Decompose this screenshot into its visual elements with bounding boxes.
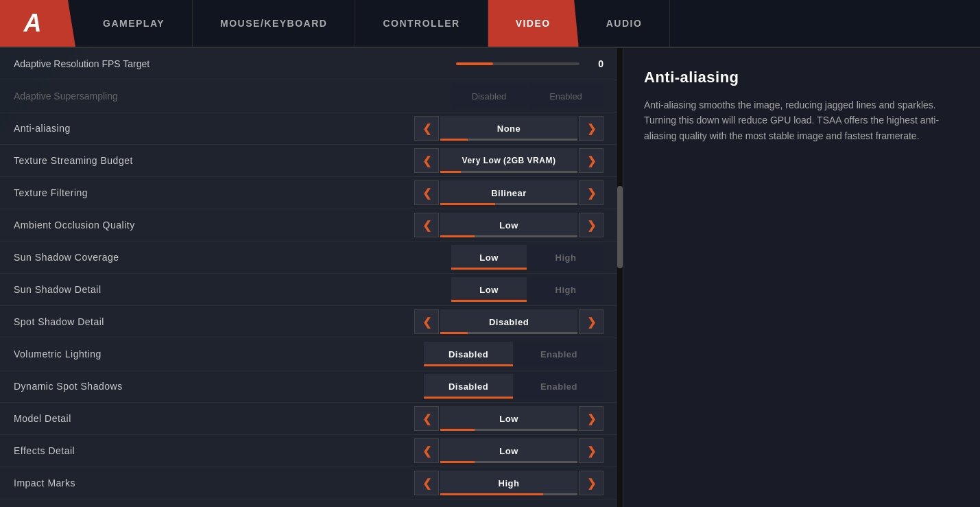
info-panel: Anti-aliasing Anti-aliasing smooths the …: [623, 48, 980, 507]
anti-aliasing-label: Anti-aliasing: [14, 123, 414, 134]
fps-value: 0: [586, 58, 603, 69]
effects-detail-label: Effects Detail: [14, 445, 414, 456]
setting-row-ambient-occlusion: Ambient Occlusion Quality ❮ Low ❯: [0, 209, 617, 241]
dynamic-spot-shadows-enabled[interactable]: Enabled: [514, 374, 603, 399]
texture-streaming-next[interactable]: ❯: [579, 148, 603, 173]
ambient-occlusion-control: ❮ Low ❯: [414, 213, 603, 237]
setting-row-spot-shadow-detail: Spot Shadow Detail ❮ Disabled ❯: [0, 306, 617, 338]
scrollbar-track[interactable]: [617, 48, 623, 507]
sun-shadow-coverage-high[interactable]: High: [528, 245, 603, 270]
anti-aliasing-control: ❮ None ❯: [414, 116, 603, 141]
info-title: Anti-aliasing: [644, 69, 959, 86]
impact-marks-control: ❮ High ❯: [414, 471, 603, 495]
impact-marks-next[interactable]: ❯: [579, 471, 603, 495]
ambient-occlusion-value: Low: [440, 213, 577, 237]
texture-filtering-underline: [440, 203, 495, 205]
nav-tabs: GAMEPLAY MOUSE/KEYBOARD CONTROLLER VIDEO…: [75, 0, 980, 47]
spot-shadow-detail-underline-gray: [468, 332, 577, 334]
tab-video[interactable]: VIDEO: [488, 0, 579, 47]
fps-slider[interactable]: [456, 62, 579, 65]
anti-aliasing-next[interactable]: ❯: [579, 116, 603, 141]
model-detail-value: Low: [440, 406, 577, 431]
sun-shadow-detail-toggle: Low High: [451, 277, 603, 302]
model-detail-prev[interactable]: ❮: [414, 406, 439, 431]
ambient-occlusion-prev[interactable]: ❮: [414, 213, 439, 237]
dynamic-spot-shadows-disabled[interactable]: Disabled: [424, 374, 513, 399]
sun-shadow-coverage-toggle: Low High: [451, 245, 603, 270]
spot-shadow-detail-control: ❮ Disabled ❯: [414, 309, 603, 334]
effects-detail-next[interactable]: ❯: [579, 438, 603, 463]
texture-streaming-label: Texture Streaming Budget: [14, 155, 414, 166]
impact-marks-prev[interactable]: ❮: [414, 471, 439, 495]
ambient-occlusion-underline-gray: [475, 235, 577, 237]
ambient-occlusion-underline: [440, 235, 475, 237]
ambient-occlusion-label: Ambient Occlusion Quality: [14, 220, 414, 231]
dynamic-spot-shadows-label: Dynamic Spot Shadows: [14, 381, 424, 392]
setting-row-effects-detail: Effects Detail ❮ Low ❯: [0, 435, 617, 467]
impact-marks-value: High: [440, 471, 577, 495]
tab-mouse-keyboard[interactable]: MOUSE/KEYBOARD: [193, 0, 355, 47]
effects-detail-control: ❮ Low ❯: [414, 438, 603, 463]
tab-gameplay[interactable]: GAMEPLAY: [75, 0, 193, 47]
fps-slider-container: 0: [456, 58, 603, 69]
texture-filtering-label: Texture Filtering: [14, 187, 414, 198]
texture-filtering-next[interactable]: ❯: [579, 180, 603, 205]
volumetric-lighting-label: Volumetric Lighting: [14, 349, 424, 359]
sun-shadow-detail-low-underline: [451, 300, 527, 302]
setting-row-anti-aliasing: Anti-aliasing ❮ None ❯: [0, 113, 617, 145]
fps-slider-fill: [456, 62, 493, 65]
texture-filtering-value: Bilinear: [440, 180, 577, 205]
adaptive-disabled-btn[interactable]: Disabled: [451, 84, 527, 108]
adaptive-supersampling-label: Adaptive Supersampling: [14, 91, 451, 102]
sun-shadow-coverage-low[interactable]: Low: [451, 245, 527, 270]
volumetric-lighting-disabled-underline: [424, 364, 513, 366]
anti-aliasing-underline-gray: [468, 139, 577, 141]
info-description: Anti-aliasing smooths the image, reducin…: [644, 97, 959, 143]
setting-row-texture-filtering: Texture Filtering ❮ Bilinear ❯: [0, 177, 617, 209]
sun-shadow-detail-low[interactable]: Low: [451, 277, 527, 302]
top-navigation: A GAMEPLAY MOUSE/KEYBOARD CONTROLLER VID…: [0, 0, 980, 48]
volumetric-lighting-disabled[interactable]: Disabled: [424, 342, 513, 366]
model-detail-label: Model Detail: [14, 413, 414, 424]
impact-marks-label: Impact Marks: [14, 477, 414, 488]
spot-shadow-detail-prev[interactable]: ❮: [414, 309, 439, 334]
setting-row-adaptive-fps: Adaptive Resolution FPS Target 0: [0, 48, 617, 80]
main-content: Adaptive Resolution FPS Target 0 Adaptiv…: [0, 48, 980, 507]
spot-shadow-detail-next[interactable]: ❯: [579, 309, 603, 334]
anti-aliasing-prev[interactable]: ❮: [414, 116, 439, 141]
sun-shadow-detail-high[interactable]: High: [528, 277, 603, 302]
setting-row-sun-shadow-detail: Sun Shadow Detail Low High: [0, 274, 617, 306]
texture-streaming-control: ❮ Very Low (2GB VRAM) ❯: [414, 148, 603, 173]
sun-shadow-coverage-label: Sun Shadow Coverage: [14, 252, 451, 263]
model-detail-next[interactable]: ❯: [579, 406, 603, 431]
effects-detail-value: Low: [440, 438, 577, 463]
adaptive-enabled-btn[interactable]: Enabled: [528, 84, 603, 108]
apex-logo: A: [24, 9, 42, 38]
model-detail-underline-gray: [475, 429, 577, 431]
setting-row-sun-shadow-coverage: Sun Shadow Coverage Low High: [0, 241, 617, 274]
spot-shadow-detail-label: Spot Shadow Detail: [14, 316, 414, 327]
tab-controller[interactable]: CONTROLLER: [355, 0, 488, 47]
sun-shadow-detail-label: Sun Shadow Detail: [14, 284, 451, 295]
anti-aliasing-underline: [440, 139, 468, 141]
texture-filtering-prev[interactable]: ❮: [414, 180, 439, 205]
volumetric-lighting-enabled[interactable]: Enabled: [514, 342, 603, 366]
scrollbar-thumb[interactable]: [617, 186, 623, 268]
anti-aliasing-value: None: [440, 116, 577, 141]
setting-row-adaptive-supersampling: Adaptive Supersampling Disabled Enabled: [0, 80, 617, 113]
tab-audio[interactable]: AUDIO: [579, 0, 671, 47]
setting-row-volumetric-lighting: Volumetric Lighting Disabled Enabled: [0, 338, 617, 370]
spot-shadow-detail-value: Disabled: [440, 309, 577, 334]
setting-row-dynamic-spot-shadows: Dynamic Spot Shadows Disabled Enabled: [0, 370, 617, 403]
spot-shadow-detail-underline: [440, 332, 468, 334]
ambient-occlusion-next[interactable]: ❯: [579, 213, 603, 237]
texture-streaming-prev[interactable]: ❮: [414, 148, 439, 173]
setting-row-texture-streaming: Texture Streaming Budget ❮ Very Low (2GB…: [0, 145, 617, 177]
texture-streaming-value: Very Low (2GB VRAM): [440, 148, 577, 173]
impact-marks-underline-gray: [543, 493, 577, 495]
adaptive-fps-label: Adaptive Resolution FPS Target: [14, 58, 456, 69]
effects-detail-prev[interactable]: ❮: [414, 438, 439, 463]
dynamic-spot-shadows-disabled-underline: [424, 397, 513, 399]
logo-area: A: [0, 0, 75, 47]
model-detail-underline: [440, 429, 475, 431]
